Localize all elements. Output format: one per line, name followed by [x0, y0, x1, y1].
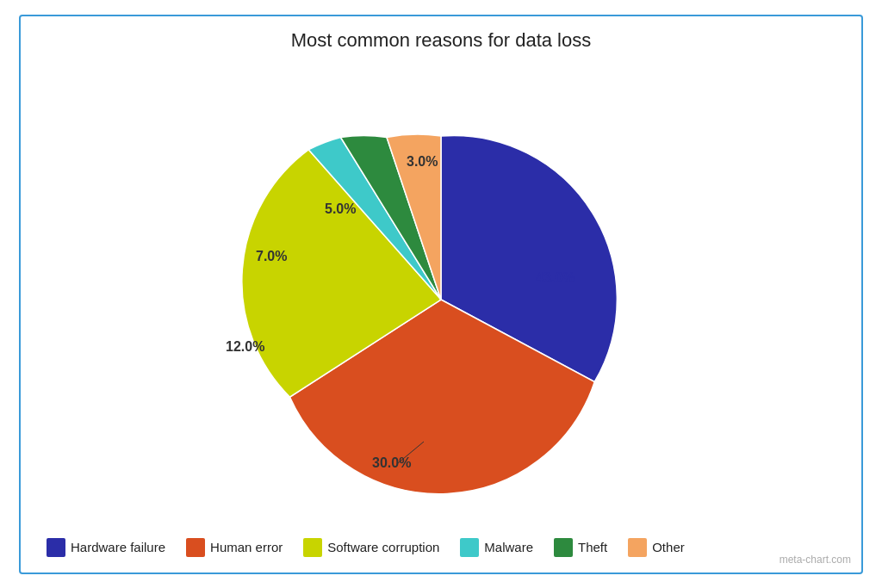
- chart-area: 43.0% 30.0% 12.0% 7.0% 5.0% 3.0%: [38, 60, 844, 531]
- label-other: 3.0%: [407, 154, 438, 169]
- chart-container: Most common reasons for data loss 43.0% …: [19, 15, 863, 574]
- label-malware: 7.0%: [256, 249, 287, 263]
- legend-item-theft: Theft: [554, 538, 607, 557]
- legend-label-malware: Malware: [484, 540, 533, 554]
- legend-label-theft: Theft: [578, 540, 607, 554]
- label-hardware-failure: 43.0%: [536, 270, 575, 285]
- legend-swatch-human-error: [186, 538, 205, 557]
- legend-swatch-theft: [554, 538, 573, 557]
- legend-item-human-error: Human error: [186, 538, 283, 557]
- legend-label-other: Other: [652, 540, 685, 554]
- legend-item-malware: Malware: [460, 538, 533, 557]
- watermark: meta-chart.com: [780, 554, 851, 566]
- legend-item-other: Other: [628, 538, 685, 557]
- legend-label-hardware-failure: Hardware failure: [71, 540, 165, 554]
- label-theft: 5.0%: [325, 201, 356, 216]
- label-software-corruption: 12.0%: [226, 339, 264, 354]
- chart-title: Most common reasons for data loss: [291, 29, 591, 52]
- legend-label-human-error: Human error: [210, 540, 283, 554]
- legend-swatch-software-corruption: [303, 538, 322, 557]
- pie-chart: 43.0% 30.0% 12.0% 7.0% 5.0% 3.0%: [174, 97, 708, 493]
- legend-item-hardware-failure: Hardware failure: [47, 538, 165, 557]
- label-human-error: 30.0%: [372, 455, 411, 470]
- legend-label-software-corruption: Software corruption: [327, 540, 439, 554]
- legend-swatch-malware: [460, 538, 479, 557]
- legend-swatch-hardware-failure: [47, 538, 65, 557]
- legend-swatch-other: [628, 538, 647, 557]
- chart-legend: Hardware failure Human error Software co…: [38, 531, 844, 564]
- legend-item-software-corruption: Software corruption: [303, 538, 439, 557]
